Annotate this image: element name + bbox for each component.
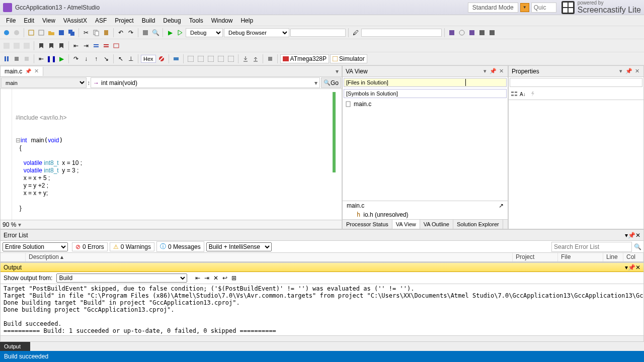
redo-icon[interactable]: ↷ bbox=[126, 28, 135, 37]
ext4-icon[interactable] bbox=[477, 28, 487, 37]
menu-file[interactable]: File bbox=[2, 16, 20, 25]
properties-object-dropdown[interactable] bbox=[510, 78, 642, 87]
errors-filter[interactable]: ⊘0 Errors bbox=[72, 242, 108, 251]
zoom-level[interactable]: 90 % bbox=[3, 221, 16, 228]
reset-icon[interactable]: ⊥ bbox=[126, 54, 135, 63]
menu-help[interactable]: Help bbox=[236, 16, 257, 25]
panel-pin-icon[interactable]: 📌 bbox=[625, 68, 632, 75]
toggle2-icon[interactable] bbox=[12, 41, 21, 50]
code-editor[interactable]: #include <avr/io.h> ⊟int main(void) { vo… bbox=[1, 89, 342, 220]
disable-breakpoint-icon[interactable] bbox=[157, 54, 166, 63]
device-selector[interactable]: ATmega328P bbox=[280, 54, 330, 63]
restart-icon[interactable] bbox=[22, 54, 31, 63]
quick-launch-input[interactable] bbox=[531, 3, 556, 13]
output-toggle-icon[interactable]: ⊞ bbox=[231, 275, 236, 282]
output-source-dropdown[interactable]: Build bbox=[56, 274, 187, 283]
tab-solution-explorer[interactable]: Solution Explorer bbox=[453, 220, 503, 229]
menu-asf[interactable]: ASF bbox=[91, 16, 111, 25]
step-over-icon[interactable]: ↷ bbox=[71, 54, 80, 63]
chip-icon[interactable] bbox=[266, 54, 275, 63]
va-tree[interactable]: main.c bbox=[343, 99, 508, 201]
ext2-icon[interactable] bbox=[457, 28, 466, 37]
symbols-filter-input[interactable] bbox=[344, 89, 507, 98]
search-icon[interactable]: 🔍 bbox=[634, 243, 641, 250]
upload-icon[interactable] bbox=[251, 54, 260, 63]
categorized-icon[interactable] bbox=[511, 90, 518, 98]
files-filter-input[interactable] bbox=[344, 78, 507, 87]
panel-close-icon[interactable]: ✕ bbox=[633, 68, 640, 75]
output-bottom-tab[interactable]: Output bbox=[0, 342, 30, 351]
nav-back-icon[interactable] bbox=[2, 28, 11, 37]
warnings-filter[interactable]: ⚠0 Warnings bbox=[110, 242, 154, 251]
step-back-icon[interactable]: ⇤ bbox=[37, 54, 46, 63]
mode-dropdown-arrow[interactable]: ▼ bbox=[520, 3, 529, 12]
break-all-icon[interactable] bbox=[2, 54, 11, 63]
step-out-icon[interactable]: ↑ bbox=[92, 54, 101, 63]
output-clear-icon[interactable]: ✕ bbox=[213, 275, 218, 282]
nav-forward-icon[interactable] bbox=[12, 28, 21, 37]
menu-window[interactable]: Window bbox=[207, 16, 237, 25]
win1-icon[interactable] bbox=[186, 54, 195, 63]
panel-dropdown-icon[interactable]: ▾ bbox=[617, 68, 624, 75]
tool-selector[interactable]: Simulator bbox=[330, 54, 367, 63]
ext1-icon[interactable] bbox=[447, 28, 456, 37]
zoom-dropdown-icon[interactable]: ▾ bbox=[18, 221, 21, 228]
scope-dropdown[interactable]: main bbox=[1, 77, 87, 88]
tab-va-view[interactable]: VA View bbox=[392, 220, 420, 229]
new-project-icon[interactable] bbox=[27, 28, 36, 37]
copy-icon[interactable] bbox=[92, 28, 101, 37]
unresolved-row[interactable]: h io.h (unresolved) bbox=[343, 210, 508, 219]
error-search-input[interactable] bbox=[551, 242, 632, 252]
menu-debug[interactable]: Debug bbox=[159, 16, 185, 25]
tab-processor-status[interactable]: Processor Status bbox=[343, 220, 392, 229]
cut-icon[interactable]: ✂ bbox=[82, 28, 91, 37]
pin-icon[interactable]: 📌 bbox=[25, 68, 31, 74]
solution-platforms-icon[interactable] bbox=[141, 28, 150, 37]
menu-tools[interactable]: Tools bbox=[185, 16, 207, 25]
function-dropdown[interactable]: → int main(void) ▾ bbox=[91, 77, 320, 88]
save-icon[interactable] bbox=[57, 28, 66, 37]
step-into-icon[interactable]: ↓ bbox=[82, 54, 91, 63]
tabs-dropdown-icon[interactable]: ▾ bbox=[333, 68, 342, 75]
output-scrollbar[interactable] bbox=[1, 335, 643, 341]
close-icon[interactable]: ✕ bbox=[34, 68, 39, 74]
col-col[interactable]: Col bbox=[623, 253, 643, 261]
ext3-icon[interactable] bbox=[467, 28, 476, 37]
menu-build[interactable]: Build bbox=[138, 16, 159, 25]
start-without-debug-icon[interactable] bbox=[176, 28, 185, 37]
col-file[interactable]: File bbox=[558, 253, 603, 261]
continue-icon[interactable]: ▶ bbox=[57, 54, 66, 63]
win2-icon[interactable] bbox=[196, 54, 205, 63]
panel-close-icon[interactable]: ✕ bbox=[635, 232, 640, 239]
config-dropdown[interactable]: Debug bbox=[186, 28, 223, 37]
menu-view[interactable]: View bbox=[38, 16, 59, 25]
error-source-dropdown[interactable]: Build + IntelliSense bbox=[206, 242, 272, 251]
stop-debug-icon[interactable] bbox=[12, 54, 21, 63]
indent-more-icon[interactable]: ⇥ bbox=[82, 41, 91, 50]
col-description[interactable]: Description ▴ bbox=[26, 253, 513, 261]
hovered-file-row[interactable]: main.c ↗ bbox=[343, 201, 508, 210]
run-to-cursor-icon[interactable]: ↘ bbox=[102, 54, 111, 63]
bookmark-icon[interactable] bbox=[37, 41, 46, 50]
goto-icon[interactable]: ↗ bbox=[499, 202, 504, 209]
document-tab-main[interactable]: main.c 📌 ✕ bbox=[1, 67, 43, 76]
error-scope-dropdown[interactable]: Entire Solution bbox=[3, 242, 68, 251]
browser-dropdown[interactable]: Debug Browser bbox=[224, 28, 289, 37]
paste-icon[interactable] bbox=[102, 28, 111, 37]
col-project[interactable]: Project bbox=[513, 253, 558, 261]
save-all-icon[interactable] bbox=[67, 28, 76, 37]
output-next-icon[interactable]: ⇥ bbox=[204, 275, 209, 282]
format-icon[interactable] bbox=[112, 41, 121, 50]
start-debugging-icon[interactable]: ▶ bbox=[166, 28, 175, 37]
output-wrap-icon[interactable]: ↩ bbox=[222, 275, 227, 282]
go-button[interactable]: 🔍Go bbox=[321, 77, 341, 88]
toggle3-icon[interactable] bbox=[22, 41, 31, 50]
win5-icon[interactable] bbox=[226, 54, 235, 63]
menu-project[interactable]: Project bbox=[111, 16, 137, 25]
find-combo[interactable] bbox=[290, 29, 346, 37]
panel-close-icon[interactable]: ✕ bbox=[498, 68, 505, 75]
ext5-icon[interactable] bbox=[488, 28, 497, 37]
find-icon[interactable]: 🔍 bbox=[151, 28, 160, 37]
col-line[interactable]: Line bbox=[603, 253, 623, 261]
search-combo[interactable] bbox=[361, 29, 442, 37]
